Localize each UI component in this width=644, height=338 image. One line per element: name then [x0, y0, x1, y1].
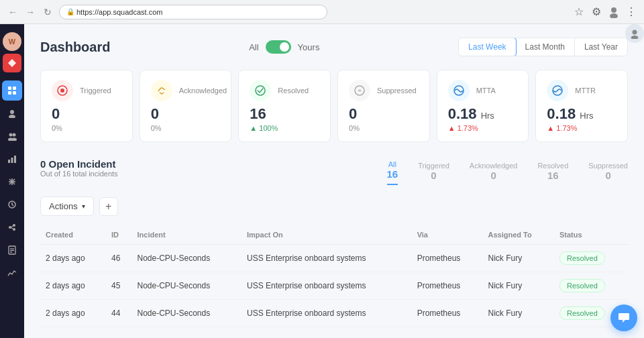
svg-point-1	[610, 13, 618, 18]
toggle-all-label: All	[249, 42, 258, 52]
lock-icon: 🔒	[66, 8, 74, 15]
menu-icon[interactable]: ⋮	[625, 6, 637, 18]
suppressed-change: 0%	[349, 124, 419, 132]
col-id: ID	[106, 225, 132, 245]
cell-created: 2 days ago	[40, 272, 106, 300]
svg-point-21	[13, 224, 15, 227]
back-button[interactable]: ←	[7, 6, 19, 18]
col-impact-on: Impact On	[241, 225, 412, 245]
stat-card-triggered: Triggered 0 0%	[40, 70, 133, 142]
sidebar: W	[0, 24, 24, 338]
profile-icon[interactable]	[608, 6, 620, 18]
cell-assigned-to: Nick Fury	[483, 245, 554, 272]
last-year-btn[interactable]: Last Year	[575, 38, 627, 56]
bookmark-icon[interactable]: ☆	[573, 6, 585, 18]
sidebar-item-runbooks[interactable]	[2, 217, 22, 237]
acknowledged-change: 0%	[151, 124, 221, 132]
table-row[interactable]: 2 days ago 44 Node-CPU-Seconds USS Enter…	[40, 300, 628, 327]
svg-rect-5	[13, 91, 16, 95]
url-bar[interactable]: 🔒 https://app.squadcast.com	[59, 5, 327, 19]
mtta-icon	[448, 80, 470, 101]
stats-grid: Triggered 0 0% Acknowledged 0 0	[40, 70, 628, 142]
cell-id: 46	[106, 245, 132, 272]
sidebar-item-schedule[interactable]	[2, 194, 22, 215]
sidebar-item-chart[interactable]	[2, 149, 22, 169]
extension-icon[interactable]: ⚙	[590, 6, 602, 18]
cell-assigned-to: Nick Fury	[483, 272, 554, 300]
mtta-change: ▲ 1.73%	[448, 124, 518, 132]
svg-point-22	[13, 228, 15, 231]
time-filter-group: Last Week Last Month Last Year	[458, 38, 628, 56]
cell-via: Prometheus	[412, 272, 483, 300]
cell-impact-on: USS Enterprise onboard systems	[241, 300, 412, 327]
app-container: W	[0, 24, 644, 338]
status-badge: Resolved	[559, 306, 605, 320]
add-incident-button[interactable]: +	[99, 197, 118, 216]
mtta-label: MTTA	[476, 87, 496, 95]
last-week-btn[interactable]: Last Week	[458, 38, 516, 56]
svg-rect-4	[8, 91, 11, 95]
table-body: 2 days ago 46 Node-CPU-Seconds USS Enter…	[40, 245, 628, 327]
resolved-icon	[250, 80, 271, 101]
col-created: Created	[40, 225, 106, 245]
incidents-title: 0 Open Incident	[40, 158, 118, 170]
header-center: All Yours	[249, 40, 319, 54]
svg-line-23	[11, 226, 13, 227]
cell-id: 44	[106, 300, 132, 327]
last-month-btn[interactable]: Last Month	[516, 38, 575, 56]
svg-point-8	[9, 133, 13, 137]
suppressed-icon	[349, 80, 370, 101]
sidebar-item-team[interactable]	[2, 126, 22, 146]
mttr-hrs: Hrs	[580, 111, 593, 121]
svg-point-20	[9, 226, 11, 229]
svg-point-9	[13, 133, 16, 137]
tab-resolved[interactable]: Resolved 16	[537, 162, 568, 185]
reload-button[interactable]: ↻	[42, 6, 54, 18]
incidents-tabs: All 16 Triggered 0 Acknowledged 0 Resolv…	[387, 160, 629, 185]
sidebar-user-avatar[interactable]: W	[3, 32, 21, 51]
svg-rect-3	[13, 87, 16, 90]
top-user-icon[interactable]	[625, 24, 644, 43]
tab-triggered[interactable]: Triggered 0	[418, 162, 449, 185]
page-header: Dashboard All Yours Last Week Last Month…	[40, 38, 628, 56]
resolved-change: ▲ 100%	[250, 124, 319, 132]
acknowledged-value: 0	[151, 105, 221, 123]
acknowledged-label: Acknowledged	[179, 87, 227, 95]
stat-card-mtta: MTTA 0.18 Hrs ▲ 1.73%	[437, 70, 529, 142]
sidebar-item-people[interactable]	[2, 103, 22, 123]
svg-point-0	[611, 7, 616, 13]
incidents-header: 0 Open Incident Out of 16 total incident…	[40, 158, 628, 187]
stat-card-mttr: MTTR 0.18 Hrs ▲ 1.73%	[535, 70, 628, 142]
actions-label: Actions	[49, 201, 78, 211]
sidebar-item-postmortem[interactable]	[2, 240, 22, 260]
chat-bubble-button[interactable]	[610, 304, 637, 331]
forward-button[interactable]: →	[24, 6, 36, 18]
tab-acknowledged[interactable]: Acknowledged 0	[470, 162, 518, 185]
url-text: https://app.squadcast.com	[76, 8, 162, 16]
col-status: Status	[554, 225, 628, 245]
sidebar-item-analytics[interactable]	[2, 263, 22, 283]
cell-created: 2 days ago	[40, 300, 106, 327]
table-row[interactable]: 2 days ago 45 Node-CPU-Seconds USS Enter…	[40, 272, 628, 300]
tab-suppressed[interactable]: Suppressed 0	[588, 162, 628, 185]
all-yours-toggle[interactable]	[266, 40, 291, 54]
resolved-value: 16	[250, 105, 319, 123]
cell-impact-on: USS Enterprise onboard systems	[241, 245, 412, 272]
sidebar-item-dashboard[interactable]	[2, 80, 22, 101]
actions-dropdown[interactable]: Actions ▾	[40, 196, 94, 216]
table-row[interactable]: 2 days ago 46 Node-CPU-Seconds USS Enter…	[40, 245, 628, 272]
cell-incident: Node-CPU-Seconds	[131, 245, 241, 272]
acknowledged-icon	[151, 80, 172, 101]
actions-bar: Actions ▾ +	[40, 196, 628, 216]
mttr-value: 0.18 Hrs	[547, 105, 616, 123]
tab-all[interactable]: All 16	[387, 160, 398, 185]
svg-rect-12	[8, 160, 10, 163]
sidebar-item-integrations[interactable]	[2, 172, 22, 192]
triggered-label: Triggered	[80, 87, 111, 95]
page-title: Dashboard	[40, 40, 110, 55]
mttr-change: ▲ 1.73%	[547, 124, 616, 132]
mtta-hrs: Hrs	[481, 111, 494, 121]
svg-line-24	[11, 228, 13, 229]
top-user-area	[625, 24, 644, 43]
svg-rect-13	[11, 158, 13, 163]
